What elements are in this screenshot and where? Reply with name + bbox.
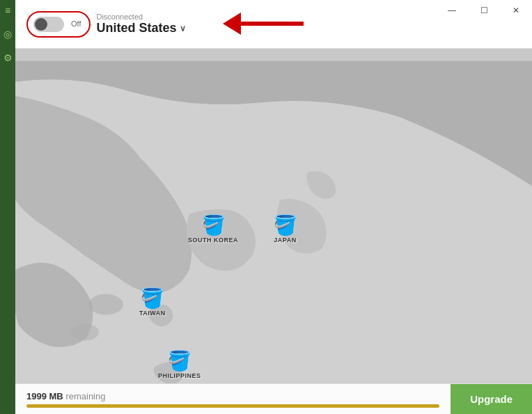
barrel-japan-icon: 🪣 [273, 216, 297, 235]
data-progress-bar [26, 404, 439, 408]
data-remaining-section: 1999 MB remaining [15, 391, 451, 408]
svg-point-2 [71, 324, 99, 341]
sidebar: ≡ ◎ ⚙ [0, 0, 15, 414]
svg-point-1 [88, 294, 123, 315]
server-south-korea[interactable]: 🪣 SOUTH KOREA [188, 216, 238, 244]
data-remaining-text: 1999 MB remaining [26, 391, 439, 401]
location-name-text: United States [96, 21, 176, 35]
vpn-toggle-wrapper[interactable]: Off [26, 11, 91, 38]
arrow-line [241, 22, 304, 26]
location-icon[interactable]: ◎ [3, 29, 12, 39]
upgrade-button[interactable]: Upgrade [451, 384, 532, 415]
toggle-off-label: Off [71, 19, 81, 28]
chevron-down-icon: ∨ [180, 24, 186, 33]
location-selector[interactable]: United States ∨ [96, 21, 185, 35]
philippines-label: PHILIPPINES [158, 372, 201, 379]
map-area: 🪣 SOUTH KOREA 🪣 JAPAN 🪣 TAIWAN 🪣 PHILIPP… [15, 49, 532, 414]
toggle-knob [35, 18, 47, 31]
barrel-south-korea-icon: 🪣 [201, 216, 226, 235]
south-korea-label: SOUTH KOREA [188, 237, 238, 244]
remaining-label: remaining [65, 391, 105, 401]
arrow-head-icon [223, 13, 241, 35]
maximize-button[interactable]: ☐ [468, 0, 500, 21]
server-taiwan[interactable]: 🪣 TAIWAN [139, 289, 166, 317]
japan-label: JAPAN [274, 237, 296, 244]
data-amount: 1999 MB [26, 391, 63, 401]
data-progress-fill [26, 404, 439, 408]
highlight-arrow [223, 13, 304, 35]
close-button[interactable]: ✕ [500, 0, 532, 21]
barrel-philippines-icon: 🪣 [167, 351, 191, 371]
location-info: Disconnected United States ∨ [96, 13, 185, 35]
vpn-toggle-switch[interactable] [33, 17, 64, 32]
barrel-taiwan-icon: 🪣 [140, 289, 164, 308]
connection-status: Disconnected [96, 13, 185, 21]
menu-icon[interactable]: ≡ [5, 6, 10, 15]
server-japan[interactable]: 🪣 JAPAN [273, 216, 297, 244]
settings-icon[interactable]: ⚙ [3, 53, 13, 63]
taiwan-label: TAIWAN [139, 310, 166, 317]
minimize-button[interactable]: — [436, 0, 468, 21]
server-philippines[interactable]: 🪣 PHILIPPINES [158, 351, 201, 379]
bottom-bar: 1999 MB remaining Upgrade [15, 383, 532, 414]
title-bar: — ☐ ✕ [436, 0, 532, 21]
